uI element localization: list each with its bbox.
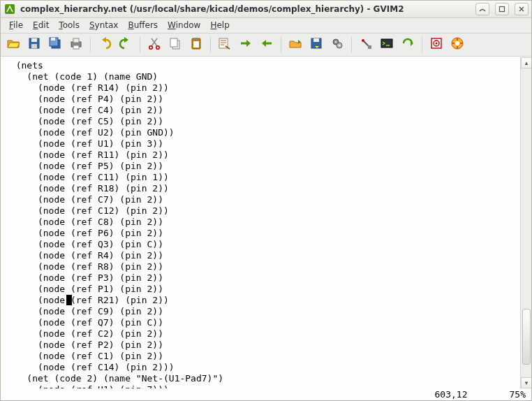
toolbar-separator bbox=[90, 37, 91, 52]
save-session-icon bbox=[309, 36, 323, 52]
make-icon bbox=[359, 36, 373, 52]
toolbar-separator bbox=[422, 37, 422, 52]
toolbar-separator bbox=[210, 37, 211, 52]
svg-rect-26 bbox=[368, 45, 371, 49]
svg-rect-9 bbox=[73, 38, 79, 43]
scroll-down-button[interactable]: ▾ bbox=[521, 377, 531, 388]
find-prev-button[interactable] bbox=[257, 35, 276, 54]
svg-rect-14 bbox=[170, 38, 177, 47]
menubar: FileEditToolsSyntaxBuffersWindowHelp bbox=[1, 18, 531, 34]
jump-tag-button[interactable] bbox=[427, 35, 446, 54]
toolbar-separator bbox=[281, 37, 281, 52]
vertical-scrollbar[interactable]: ▴ ▾ bbox=[520, 57, 531, 388]
shell-button[interactable] bbox=[377, 35, 397, 54]
close-button[interactable] bbox=[515, 3, 529, 15]
save-icon bbox=[27, 36, 41, 52]
toolbar-separator bbox=[351, 37, 352, 52]
menu-file[interactable]: File bbox=[5, 19, 27, 31]
find-next-button[interactable] bbox=[236, 35, 256, 54]
menu-syntax[interactable]: Syntax bbox=[85, 19, 123, 31]
svg-point-24 bbox=[339, 45, 341, 47]
minimize-button[interactable] bbox=[475, 3, 489, 15]
ctags-icon bbox=[401, 36, 415, 52]
run-script-button[interactable] bbox=[327, 35, 347, 54]
print-icon bbox=[69, 36, 83, 52]
shell-icon bbox=[380, 36, 394, 52]
svg-rect-7 bbox=[51, 38, 55, 41]
svg-rect-16 bbox=[194, 38, 198, 40]
find-prev-icon bbox=[260, 36, 274, 52]
save-button[interactable] bbox=[24, 35, 44, 54]
save-session-button[interactable] bbox=[306, 35, 326, 54]
scroll-thumb[interactable] bbox=[522, 309, 531, 365]
editor-wrap: (nets (net (code 1) (name GND) (node (re… bbox=[1, 57, 531, 388]
cut-button[interactable] bbox=[145, 35, 164, 54]
svg-rect-20 bbox=[313, 38, 319, 42]
svg-point-23 bbox=[335, 41, 337, 43]
undo-icon bbox=[98, 36, 112, 52]
help-button[interactable] bbox=[448, 35, 467, 54]
jump-tag-icon bbox=[429, 36, 443, 52]
toolbar-separator bbox=[140, 37, 140, 52]
open-button[interactable] bbox=[3, 35, 23, 54]
menu-help[interactable]: Help bbox=[206, 19, 233, 31]
cut-icon bbox=[147, 36, 161, 52]
help-icon bbox=[450, 36, 464, 52]
menu-buffers[interactable]: Buffers bbox=[124, 19, 162, 31]
print-button[interactable] bbox=[66, 35, 86, 54]
svg-rect-10 bbox=[73, 45, 79, 49]
gvim-app-icon bbox=[3, 3, 16, 15]
svg-point-11 bbox=[149, 46, 153, 50]
svg-point-12 bbox=[156, 46, 160, 50]
menu-window[interactable]: Window bbox=[163, 19, 205, 31]
svg-rect-27 bbox=[381, 39, 392, 48]
open-icon bbox=[6, 36, 20, 52]
save-all-button[interactable] bbox=[45, 35, 65, 54]
svg-rect-3 bbox=[31, 38, 37, 42]
redo-icon bbox=[119, 36, 133, 52]
svg-rect-1 bbox=[500, 6, 505, 11]
menu-edit[interactable]: Edit bbox=[29, 19, 53, 31]
paste-icon bbox=[189, 36, 203, 52]
make-button[interactable] bbox=[356, 35, 376, 54]
text-cursor bbox=[66, 295, 72, 305]
find-replace-icon bbox=[218, 36, 232, 52]
copy-button[interactable] bbox=[165, 35, 185, 54]
svg-point-32 bbox=[455, 41, 459, 45]
toolbar bbox=[1, 34, 531, 56]
titlebar: complex_hierarchy.net (/usr/local/share/… bbox=[1, 1, 531, 18]
load-session-icon bbox=[288, 36, 302, 52]
cursor-position: 603,12 bbox=[435, 389, 468, 400]
menu-tools[interactable]: Tools bbox=[54, 19, 84, 31]
svg-point-30 bbox=[436, 43, 438, 45]
svg-rect-4 bbox=[31, 44, 37, 48]
paste-button[interactable] bbox=[186, 35, 206, 54]
undo-button[interactable] bbox=[95, 35, 114, 54]
ctags-button[interactable] bbox=[398, 35, 418, 54]
save-all-icon bbox=[48, 36, 62, 52]
statusbar: 603,12 75% bbox=[1, 388, 531, 400]
load-session-button[interactable] bbox=[286, 35, 305, 54]
redo-button[interactable] bbox=[116, 35, 135, 54]
find-next-icon bbox=[239, 36, 253, 52]
run-script-icon bbox=[330, 36, 344, 52]
find-replace-button[interactable] bbox=[215, 35, 235, 54]
copy-icon bbox=[168, 36, 182, 52]
maximize-button[interactable] bbox=[495, 3, 509, 15]
window-title: complex_hierarchy.net (/usr/local/share/… bbox=[20, 4, 470, 14]
scroll-percent: 75% bbox=[510, 389, 526, 400]
svg-rect-17 bbox=[193, 41, 199, 48]
scroll-up-button[interactable]: ▴ bbox=[521, 57, 531, 68]
text-editor[interactable]: (nets (net (code 1) (name GND) (node (re… bbox=[1, 57, 520, 388]
editor-text: (nets (net (code 1) (name GND) (node (re… bbox=[5, 60, 516, 388]
